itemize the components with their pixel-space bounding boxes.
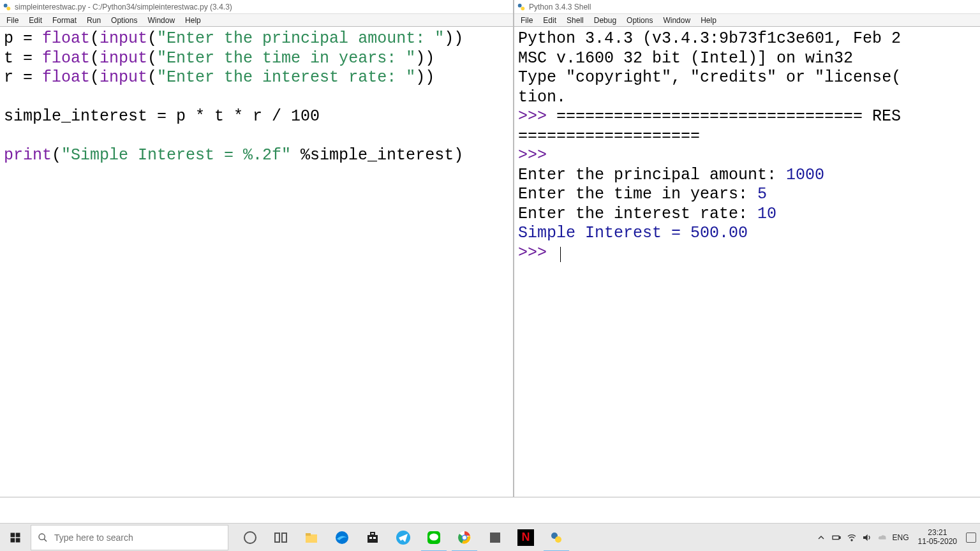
menu-file[interactable]: File [1,15,24,26]
shell-text: Enter the principal amount: [518,166,786,184]
onedrive-icon[interactable] [877,533,887,543]
code-text: ( [90,49,100,68]
svg-point-25 [463,536,466,540]
python-shell-icon [517,3,526,11]
shell-text: tion. [518,88,566,107]
shell-text: "license( [815,68,901,87]
menu-run[interactable]: Run [82,15,106,26]
language-indicator[interactable]: ENG [893,533,909,542]
svg-rect-18 [369,537,372,539]
menu-format[interactable]: Format [47,15,82,26]
file-explorer-icon[interactable] [296,524,327,552]
shell-prompt: >>> [518,244,556,262]
wifi-icon[interactable] [847,533,857,543]
app-icon[interactable] [480,524,510,552]
search-input[interactable] [54,533,221,543]
code-text: print [4,146,52,165]
svg-line-9 [44,539,47,541]
battery-icon[interactable] [831,533,842,543]
shell-text: 10 [757,205,776,223]
menu-shell[interactable]: Shell [561,15,589,26]
clock[interactable]: 23:21 11-05-2020 [914,529,961,547]
chrome-browser-icon[interactable] [449,524,480,552]
shell-prompt: >>> [518,107,556,126]
python-file-icon [3,3,11,11]
code-text: ( [147,29,157,48]
svg-rect-19 [373,537,376,539]
notifications-icon[interactable] [966,533,976,543]
svg-rect-26 [490,533,500,543]
svg-point-10 [244,532,256,543]
cortana-icon[interactable] [235,524,265,552]
svg-rect-16 [368,535,378,543]
start-button[interactable] [0,524,31,552]
shell-output-area[interactable]: Python 3.4.3 (v3.4.3:9b73f1c3e601, Feb 2… [514,27,980,497]
code-text: t = [4,49,42,68]
menu-debug[interactable]: Debug [589,15,621,26]
tray-chevron-icon[interactable] [816,533,826,543]
netflix-icon[interactable]: N [510,524,541,552]
code-text: input [100,49,147,68]
shell-text: 1000 [786,166,824,184]
python-idle-icon[interactable] [541,524,572,552]
svg-point-0 [4,3,8,7]
svg-rect-7 [16,538,20,542]
code-text: )) [415,49,434,68]
clock-time: 23:21 [918,529,957,538]
shell-text: MSC v.1600 32 bit (Intel)] on win32 [518,49,853,68]
taskbar-search[interactable] [31,525,228,550]
code-text: r = [4,68,42,87]
shell-text: 5 [757,185,767,203]
menu-options[interactable]: Options [621,15,658,26]
search-icon [38,533,48,543]
menu-edit[interactable]: Edit [24,15,47,26]
editor-window: simpleinterestwac.py - C:/Python34/simpl… [0,0,514,497]
menu-options[interactable]: Options [106,15,142,26]
svg-point-2 [518,3,522,7]
shell-text: or [776,68,815,87]
svg-point-28 [555,536,561,543]
menu-edit[interactable]: Edit [538,15,561,26]
code-text: "Enter the time in years: " [157,49,415,68]
code-text: p = [4,29,42,48]
shell-menubar: File Edit Shell Debug Options Window Hel… [514,14,980,27]
menu-file[interactable]: File [516,15,538,26]
code-text: "Simple Interest = %.2f" [61,146,291,165]
svg-rect-5 [16,533,20,537]
code-text: float [42,49,90,68]
svg-point-1 [6,6,10,10]
shell-window: Python 3.4.3 Shell File Edit Shell Debug… [514,0,980,497]
task-view-icon[interactable] [265,524,296,552]
shell-text: Enter the interest rate: [518,205,757,223]
menu-window[interactable]: Window [142,15,180,26]
code-text: )) [444,29,463,48]
code-text: float [42,29,90,48]
shell-titlebar[interactable]: Python 3.4.3 Shell [514,0,980,14]
telegram-icon[interactable] [388,524,419,552]
code-text: float [42,68,90,87]
code-text: ( [52,146,61,165]
editor-titlebar[interactable]: simpleinterestwac.py - C:/Python34/simpl… [0,0,513,14]
menu-window[interactable]: Window [658,15,695,26]
code-text: ( [90,68,100,87]
edge-browser-icon[interactable] [327,524,357,552]
svg-rect-11 [275,533,279,542]
editor-code-area[interactable]: p = float(input("Enter the principal amo… [0,27,513,497]
editor-menubar: File Edit Format Run Options Window Help [0,14,513,27]
svg-rect-6 [11,538,15,542]
volume-icon[interactable] [862,533,872,543]
line-app-icon[interactable] [419,524,449,552]
shell-text: =================== [518,127,700,145]
taskbar: N ENG 23:21 11-05-2020 [0,523,980,551]
shell-text: Simple Interest = 500.00 [518,224,748,242]
code-text: input [100,29,147,48]
svg-rect-4 [11,533,15,537]
menu-help[interactable]: Help [695,15,722,26]
menu-help[interactable]: Help [180,15,206,26]
microsoft-store-icon[interactable] [357,524,388,552]
shell-text: "credits" [690,68,776,87]
svg-rect-12 [282,533,286,542]
svg-point-22 [429,533,438,540]
code-text: ( [90,29,100,48]
shell-text: Python 3.4.3 (v3.4.3:9b73f1c3e601, Feb 2 [518,29,901,48]
